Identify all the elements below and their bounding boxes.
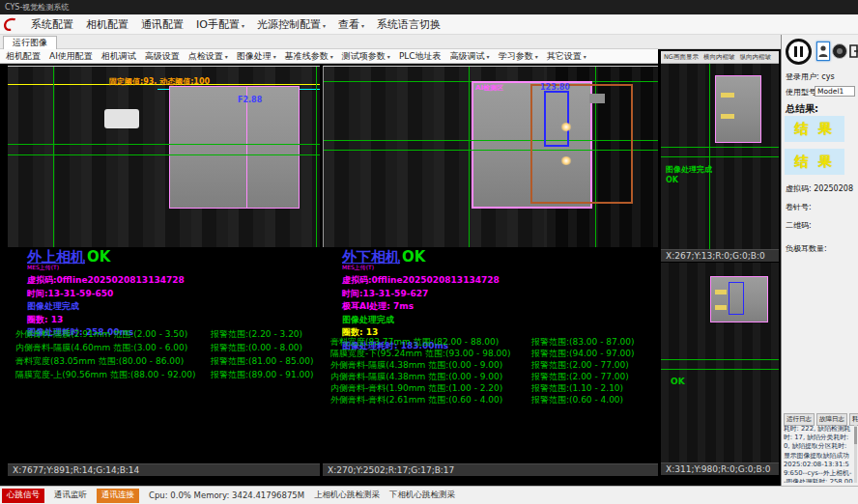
info-line: 时间:13-31-59-627 <box>342 288 500 301</box>
results-area-lower: 外下相机OK MES上传(T) 虚拟码:0ffline2025020813134… <box>323 247 658 463</box>
measurement-rows: 外侧膏料-隔膜(2.91mm 范围:(2.00 - 3.50)报警范围:(2.2… <box>15 328 314 382</box>
measurement-row: 隔膜宽度-上(90.56mm 范围:(88.00 - 92.00)报警范围:(8… <box>15 369 314 382</box>
measurement-row: 外侧膏料-隔膜(2.91mm 范围:(2.00 - 3.50)报警范围:(2.2… <box>15 328 314 342</box>
measure-overlay-text: F2.88 <box>238 96 262 104</box>
log-scrollbar[interactable] <box>854 425 857 483</box>
tab-glint <box>721 93 734 98</box>
info-line: 极耳AI处理: 7ms <box>342 300 500 314</box>
menu-item-language[interactable]: 系统语言切换 <box>377 17 441 32</box>
measurement-rows: 膏料宽度(83.77mm 范围:(82.00 - 88.00)报警范围:(83.… <box>330 336 635 406</box>
login-user-row: 登录用户: cys <box>786 71 835 82</box>
tool-camera-debug[interactable]: 相机调试 <box>101 50 136 63</box>
camera-status-ok: OK <box>402 248 425 266</box>
tool-test-params[interactable]: 测试项参数▾ <box>342 50 390 63</box>
reflection-flare <box>560 123 572 131</box>
status-bar: 心跳信号 通讯监听 通讯连接 Cpu: 0.0% Memory: 3424.41… <box>0 486 858 504</box>
dropdown-arrow-icon: ▾ <box>273 53 276 60</box>
menu-item-system-config[interactable]: 系统配置 <box>31 17 73 32</box>
exit-button[interactable] <box>849 42 858 61</box>
window-title: CYS-视觉检测系统 <box>5 3 69 12</box>
pause-button[interactable] <box>786 39 812 65</box>
measurement-row: 隔膜宽度-下(95.24mm 范围:(93.00 - 98.00)报警范围:(9… <box>330 348 635 359</box>
guide-line-vertical <box>53 67 54 247</box>
tool-spot-check[interactable]: 点检设置▾ <box>188 50 228 63</box>
measurement-row: 膏料宽度(83.05mm 范围:(80.00 - 86.00)报警范围:(81.… <box>15 355 314 369</box>
tab-glint <box>715 290 727 294</box>
camera-image-lower[interactable]: AI检测区 123.80 <box>323 66 658 247</box>
guide-line-vertical <box>709 64 710 249</box>
operator-mode-button[interactable] <box>816 42 830 61</box>
tool-advanced-debug[interactable]: 高级调试▾ <box>450 50 490 63</box>
control-sidebar: 登录用户: cys 使用型号: Model1 总结果: 结 果 结 果 虚拟码:… <box>781 35 858 486</box>
guide-line-horizontal <box>8 144 320 145</box>
toolbar: 相机配置 AI使用配置 相机调试 高级设置 点检设置▾ 图像处理▾ 基准线参数▾… <box>0 49 658 64</box>
roi-rect-blue <box>544 91 569 147</box>
measurement-row: 膏料宽度(83.77mm 范围:(82.00 - 88.00)报警范围:(83.… <box>330 336 635 348</box>
result-box-upper: 结 果 <box>785 116 844 142</box>
info-line: 虚拟码:0ffline2025020813134728 <box>27 274 185 288</box>
pixel-readout-bar: X:267;Y:13;R:0;G:0;B:0 <box>661 249 779 262</box>
overlay-status-text: 图像处理完成 OK <box>666 164 712 185</box>
results-area-upper: 外上相机OK MES上传(T) 虚拟码:0ffline2025020813134… <box>8 247 320 463</box>
tab-strip: 运行图像 <box>0 35 781 49</box>
menu-item-view[interactable]: 查看▾ <box>338 17 364 32</box>
ng-image-bottom[interactable]: OK <box>661 263 779 462</box>
info-line: 时间:13-31-59-650 <box>27 288 185 301</box>
guide-line-vertical <box>469 67 470 247</box>
metal-glint <box>589 94 605 103</box>
tool-advanced-settings[interactable]: 高级设置 <box>145 50 180 63</box>
log-textarea[interactable]: 耗时: 222, 缺陷检测耗时: 17, 缺陷分类耗时: 0, 缺陷提取分区耗时… <box>784 425 853 483</box>
tab-vertical-wrinkle[interactable]: 纵向内褶皱 <box>739 53 771 62</box>
needle-no-row: 卷针号: <box>786 202 812 212</box>
app-window: CYS-视觉检测系统 系统配置 相机配置 通讯配置 IO手配置▾ 光源控制配置▾… <box>0 0 858 504</box>
guide-line-horizontal <box>661 369 779 370</box>
pixel-readout-bar: X:7677;Y:891;R:14;G:14;B:14 <box>8 463 320 476</box>
model-select[interactable]: Model1 <box>815 86 855 97</box>
tool-other-settings[interactable]: 其它设置▾ <box>547 50 586 63</box>
dropdown-arrow-icon: ▾ <box>330 53 333 60</box>
camera-lens-icon <box>837 48 843 54</box>
window-titlebar: CYS-视觉检测系统 <box>0 0 858 14</box>
tool-plc-table[interactable]: PLC地址表 <box>399 50 442 63</box>
info-line: 圈数: 13 <box>27 314 185 327</box>
guide-line-horizontal <box>8 154 320 155</box>
tab-horizontal-wrinkle[interactable]: 横向内褶皱 <box>703 53 735 62</box>
tool-image-processing[interactable]: 图像处理▾ <box>237 50 276 63</box>
menu-item-comm-config[interactable]: 通讯配置 <box>141 17 184 32</box>
dropdown-arrow-icon: ▾ <box>225 53 228 60</box>
cpu-memory-text: Cpu: 0.0% Memory: 3424.41796875M <box>149 490 304 500</box>
measurement-row: 外侧膏料-膏料(2.61mm 范围:(0.60 - 4.00)报警范围:(0.6… <box>330 394 635 406</box>
dropdown-arrow-icon: ▾ <box>361 22 364 29</box>
ai-region-label: AI检测区 <box>475 83 503 93</box>
measurement-row: 外侧膏料-隔膜(4.38mm 范围:(0.00 - 9.00)报警范围:(2.0… <box>330 359 635 371</box>
tab-ng-display[interactable]: NG画面显示 <box>664 53 699 62</box>
tool-learning-params[interactable]: 学习参数▾ <box>499 50 538 63</box>
guide-line-horizontal <box>661 156 779 157</box>
neg-tab-count-row: 负极耳数量: <box>786 243 827 254</box>
camera-status-ok: OK <box>87 248 110 266</box>
electrode-region <box>169 86 300 209</box>
menu-item-io-config[interactable]: IO手配置▾ <box>196 17 244 32</box>
guide-line-vertical <box>316 67 317 247</box>
menu-item-camera-config[interactable]: 相机配置 <box>86 17 129 32</box>
tab-connector <box>104 109 139 128</box>
upper-camera-heartbeat-text: 上相机心跳检测采 <box>314 490 380 501</box>
ng-image-top[interactable]: 图像处理完成 OK <box>661 64 779 249</box>
dropdown-arrow-icon: ▾ <box>242 22 244 29</box>
tab-run-image[interactable]: 运行图像 <box>3 36 57 49</box>
measurement-row: 内侧膏料-膏料(1.90mm 范围:(1.00 - 2.20)报警范围:(1.1… <box>330 382 635 394</box>
comm-connected-badge: 通讯连接 <box>97 489 139 503</box>
menu-item-light-config[interactable]: 光源控制配置▾ <box>257 17 326 32</box>
qrcode-row: 二维码: <box>786 220 812 231</box>
camera-image-upper[interactable]: 固定阈值:93, 动态阈值:100 F2.88 <box>8 66 320 247</box>
total-result-label: 总结果: <box>786 102 818 116</box>
menu-bar: 系统配置 相机配置 通讯配置 IO手配置▾ 光源控制配置▾ 查看▾ 系统语言切换 <box>0 14 858 35</box>
tool-ai-config[interactable]: AI使用配置 <box>49 50 93 63</box>
tool-baseline-params[interactable]: 基准线参数▾ <box>285 50 333 63</box>
part-region <box>715 75 761 143</box>
guide-line-horizontal <box>661 359 779 360</box>
dropdown-arrow-icon: ▾ <box>584 53 586 60</box>
virtual-code-row: 虚拟码: 20250208 <box>786 183 853 194</box>
tool-camera-config[interactable]: 相机配置 <box>6 50 41 63</box>
camera-device-button[interactable] <box>832 43 847 59</box>
